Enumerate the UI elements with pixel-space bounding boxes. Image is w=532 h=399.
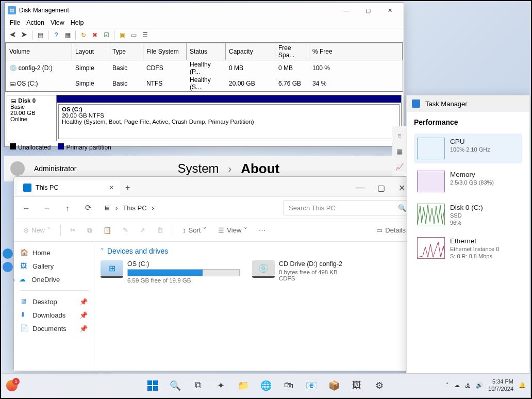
performance-icon[interactable]: 📈 xyxy=(394,161,405,172)
col-status[interactable]: Status xyxy=(187,43,226,60)
more-button[interactable]: ⋯ xyxy=(255,222,270,239)
show-hide-icon[interactable]: ▤ xyxy=(35,30,45,40)
action1-icon[interactable]: ▣ xyxy=(117,30,127,40)
taskbar[interactable]: 1 🔍 ⧉ ✦ 📁 🌐 🛍 📧 📦 🖼 ⚙ ˄ ☁ 🖧 🔊 5:34 PM 10… xyxy=(2,373,530,397)
photos-button[interactable]: 🖼 xyxy=(347,376,366,395)
search-button[interactable]: 🔍 xyxy=(166,376,185,395)
volume-row[interactable]: 🖴 OS (C:) Simple Basic NTFS Healthy (S..… xyxy=(6,76,403,91)
clock[interactable]: 5:34 PM 10/7/2024 xyxy=(488,378,513,392)
col-fs[interactable]: File System xyxy=(143,43,187,60)
sort-button[interactable]: ↕ Sort ˅ xyxy=(178,222,211,239)
metric-disk[interactable]: Disk 0 (C:)SSD96% xyxy=(414,200,522,230)
minimize-button[interactable]: — xyxy=(350,180,371,195)
menu-view[interactable]: View xyxy=(51,19,64,26)
maximize-button[interactable]: ▢ xyxy=(371,180,391,195)
properties-icon[interactable]: ▦ xyxy=(62,30,73,40)
refresh-icon[interactable]: ↻ xyxy=(78,30,89,40)
drive-os-c[interactable]: ⊞ OS (C:) 6.59 GB free of 19.9 GB xyxy=(101,260,240,284)
details-button[interactable]: ▭ Details xyxy=(372,222,410,239)
console-icon[interactable]: ▭ xyxy=(128,30,139,40)
store-button[interactable]: 🛍 xyxy=(279,376,298,395)
title-bar[interactable]: Task Manager xyxy=(407,95,529,112)
rename-icon[interactable]: ✎ xyxy=(119,222,132,239)
start-button[interactable] xyxy=(143,376,162,395)
app2-button[interactable]: 📦 xyxy=(325,376,343,395)
processes-icon[interactable]: ▦ xyxy=(394,146,405,156)
breadcrumb-system[interactable]: System xyxy=(177,161,219,176)
metric-ethernet[interactable]: EthernetEthernet Instance 0S: 0 R: 8.8 M… xyxy=(414,233,522,263)
view-button[interactable]: ☰ View ˅ xyxy=(214,222,252,239)
avatar[interactable] xyxy=(10,161,25,176)
onedrive-tray-icon[interactable]: ☁ xyxy=(454,382,460,389)
search-input[interactable]: Search This PC 🔍 xyxy=(283,200,412,215)
volume-tray-icon[interactable]: 🔊 xyxy=(476,382,483,389)
copy-icon[interactable]: ⧉ xyxy=(83,222,96,239)
menu-action[interactable]: Action xyxy=(26,19,44,26)
settings-button[interactable]: ⚙ xyxy=(370,376,389,395)
close-button[interactable]: ✕ xyxy=(379,3,401,18)
forward-button[interactable]: → xyxy=(38,198,56,217)
content-pane[interactable]: ˅Devices and drives ⊞ OS (C:) 6.59 GB fr… xyxy=(94,242,415,371)
drive-cd-d[interactable]: 💿 CD Drive (D:) config-2 0 bytes free of… xyxy=(252,260,391,284)
tab-this-pc[interactable]: This PC ✕ xyxy=(17,180,120,195)
sidebar-item-desktop[interactable]: 🖥Desktop📌 xyxy=(16,295,92,308)
breadcrumb[interactable]: 🖥› This PC› xyxy=(99,204,281,212)
sidebar-item-documents[interactable]: 📄Documents📌 xyxy=(16,322,92,335)
performance-header: Performance xyxy=(414,118,522,126)
cut-icon[interactable]: ✂ xyxy=(66,222,80,239)
file-explorer-button[interactable]: 📁 xyxy=(234,376,253,395)
hamburger-icon[interactable]: ≡ xyxy=(394,130,405,141)
col-free[interactable]: Free Spa... xyxy=(275,43,309,60)
notifications-icon[interactable]: 🔔 xyxy=(519,382,526,389)
delete-icon[interactable]: 🗑 xyxy=(153,222,168,239)
widgets-button[interactable]: 1 xyxy=(6,380,18,391)
disk-header[interactable]: 🖴 Disk 0 Basic 20.00 GB Online xyxy=(7,95,57,141)
edge-button[interactable]: 🌐 xyxy=(257,376,275,395)
system-tray[interactable]: ˄ ☁ 🖧 🔊 5:34 PM 10/7/2024 🔔 xyxy=(446,378,526,392)
sidebar-item-home[interactable]: 🏠Home xyxy=(16,246,92,259)
forward-icon[interactable]: ⮞ xyxy=(19,30,29,40)
new-button[interactable]: ⊕ New ˅ xyxy=(19,222,55,239)
tray-chevron-icon[interactable]: ˄ xyxy=(446,382,449,389)
command-bar: ⊕ New ˅ ✂ ⧉ 📋 ✎ ↗ 🗑 ↕ Sort ˅ ☰ View ˅ ⋯ … xyxy=(14,219,415,242)
legend: Unallocated Primary partition xyxy=(5,142,404,152)
close-tab-icon[interactable]: ✕ xyxy=(109,184,114,191)
check-icon[interactable]: ☑ xyxy=(101,30,111,40)
copilot-button[interactable]: ✦ xyxy=(211,376,230,395)
metric-memory[interactable]: Memory2.5/3.0 GB (83%) xyxy=(414,167,522,196)
back-button[interactable]: ← xyxy=(17,198,36,217)
sidebar-item-downloads[interactable]: ⬇Downloads📌 xyxy=(16,308,92,322)
up-button[interactable]: ↑ xyxy=(58,198,77,217)
share-icon[interactable]: ↗ xyxy=(136,222,149,239)
title-bar[interactable]: ▤ Disk Management — ▢ ✕ xyxy=(5,3,404,18)
menu-file[interactable]: File xyxy=(10,19,20,26)
menu-help[interactable]: Help xyxy=(71,19,84,26)
delete-icon[interactable]: ✖ xyxy=(90,30,100,40)
refresh-button[interactable]: ⟳ xyxy=(79,198,97,217)
section-devices[interactable]: ˅Devices and drives xyxy=(101,247,409,255)
svg-rect-0 xyxy=(147,380,152,385)
metric-cpu[interactable]: CPU100% 2.10 GHz xyxy=(414,134,522,163)
col-pct[interactable]: % Free xyxy=(309,43,403,60)
col-volume[interactable]: Volume xyxy=(6,43,72,60)
outlook-button[interactable]: 📧 xyxy=(302,376,321,395)
maximize-button[interactable]: ▢ xyxy=(357,3,379,18)
disk-graphical-view[interactable]: 🖴 Disk 0 Basic 20.00 GB Online OS (C:) 2… xyxy=(7,95,402,141)
col-type[interactable]: Type xyxy=(109,43,143,60)
volume-row[interactable]: 💿 config-2 (D:) Simple Basic CDFS Health… xyxy=(6,60,403,76)
col-cap[interactable]: Capacity xyxy=(226,43,275,60)
col-layout[interactable]: Layout xyxy=(72,43,109,60)
sidebar-item-gallery[interactable]: 🖼Gallery xyxy=(16,259,92,273)
help-icon[interactable]: ? xyxy=(51,30,61,40)
task-view-button[interactable]: ⧉ xyxy=(189,376,207,395)
volume-list[interactable]: Volume Layout Type File System Status Ca… xyxy=(5,42,403,92)
minimize-button[interactable]: — xyxy=(336,3,357,18)
new-tab-button[interactable]: + xyxy=(125,183,130,192)
paste-icon[interactable]: 📋 xyxy=(99,222,115,239)
sidebar-item-onedrive[interactable]: ›☁OneDrive xyxy=(16,273,92,286)
partition-os[interactable]: OS (C:) 20.00 GB NTFS Healthy (System, B… xyxy=(58,104,400,139)
bluetooth-icon xyxy=(3,248,13,259)
back-icon[interactable]: ⮜ xyxy=(8,30,18,40)
network-tray-icon[interactable]: 🖧 xyxy=(465,383,471,389)
list-icon[interactable]: ☰ xyxy=(140,30,150,40)
